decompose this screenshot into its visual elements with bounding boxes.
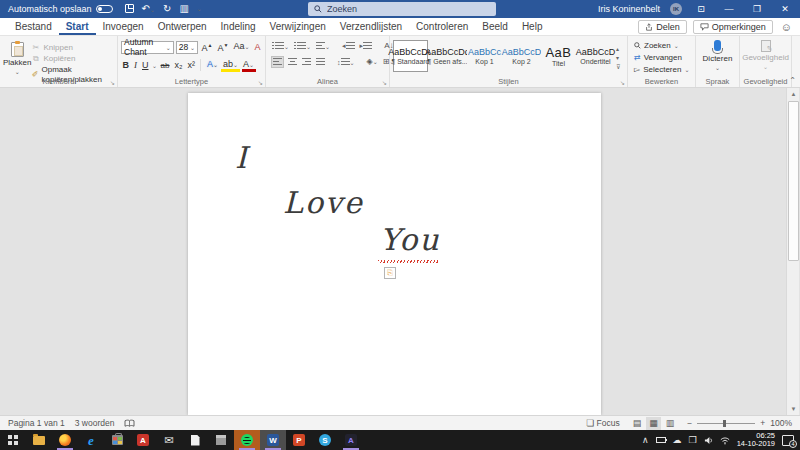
battery-icon[interactable] (656, 437, 666, 443)
style-kop2[interactable]: AaBbCcD Kop 2 (504, 40, 539, 72)
document-word-3[interactable]: You (380, 225, 441, 255)
styles-dialog-launcher-icon[interactable]: ↘ (620, 79, 625, 86)
decrease-indent-icon[interactable]: ◂ (341, 40, 356, 52)
tab-verzendlijsten[interactable]: Verzendlijsten (333, 19, 409, 35)
justify-icon[interactable] (315, 56, 326, 68)
spotify-button[interactable] (234, 430, 260, 450)
edge-button[interactable]: e (78, 430, 104, 450)
search-input[interactable] (327, 4, 490, 14)
focus-button[interactable]: ❏ Focus (586, 418, 620, 428)
document-page[interactable]: I Love You ⎘ (188, 93, 601, 415)
styles-more-icon[interactable]: ⊽ (616, 63, 620, 70)
save-icon[interactable] (125, 4, 134, 15)
change-case-button[interactable]: Aa⌄ (232, 40, 251, 54)
text-effects-button[interactable]: A⌄ (205, 58, 219, 72)
align-center-icon[interactable] (287, 56, 298, 68)
affinity-button[interactable]: A (338, 430, 364, 450)
customize-qat-icon[interactable]: ⌄ (197, 6, 202, 12)
tab-controleren[interactable]: Controleren (409, 19, 475, 35)
increase-indent-icon[interactable]: ▸ (359, 40, 374, 52)
zoom-slider-thumb[interactable] (723, 420, 726, 427)
dropbox-icon[interactable]: ❒ (689, 436, 697, 445)
line-spacing-icon[interactable]: ↕⌄ (336, 56, 356, 68)
document-word-2[interactable]: Love (283, 188, 364, 218)
multilevel-list-icon[interactable]: ⌄ (315, 40, 331, 52)
speaker-icon[interactable] (704, 436, 713, 445)
user-name[interactable]: Iris Koninenbelt (598, 4, 660, 14)
bold-button[interactable]: B (121, 59, 131, 72)
microphone-icon[interactable] (714, 40, 721, 51)
print-layout-icon[interactable]: ▦ (646, 417, 661, 430)
autosave-toggle-switch[interactable] (96, 5, 113, 13)
font-name-combo[interactable]: Autumn Chant ⌄ (121, 41, 174, 54)
share-button[interactable]: Delen (638, 20, 687, 34)
hidden-icons-chevron-icon[interactable]: ∧ (642, 436, 649, 445)
box-app-button[interactable] (208, 430, 234, 450)
style-geen-afstand[interactable]: AaBbCcDd ¶ Geen afs... (430, 40, 465, 72)
tab-indeling[interactable]: Indeling (214, 19, 263, 35)
dictate-label[interactable]: Dicteren (703, 54, 733, 63)
font-size-combo[interactable]: 28 ⌄ (176, 41, 198, 54)
mail-button[interactable]: ✉ (156, 430, 182, 450)
notepad-button[interactable] (182, 430, 208, 450)
acrobat-button[interactable]: A (130, 430, 156, 450)
subscript-button[interactable]: x₂ (173, 59, 184, 72)
zoom-slider[interactable] (697, 423, 755, 424)
restore-icon[interactable]: ❐ (748, 4, 766, 14)
style-standaard[interactable]: AaBbCcDd ¶ Standaard (393, 40, 428, 72)
superscript-button[interactable]: x² (186, 59, 197, 72)
skype-button[interactable]: S (312, 430, 338, 450)
find-button[interactable]: Zoeken ⌄ (634, 41, 692, 50)
styles-scroll-up-icon[interactable]: ▴ (616, 45, 620, 52)
dictate-caret-icon[interactable]: ⌄ (715, 64, 720, 71)
word-count[interactable]: 3 woorden (75, 418, 115, 428)
microsoft-store-button[interactable] (104, 430, 130, 450)
align-right-icon[interactable] (301, 56, 312, 68)
zoom-out-icon[interactable]: − (687, 418, 692, 428)
shading-icon[interactable]: ◈⌄ (366, 56, 379, 68)
zoom-in-icon[interactable]: + (760, 418, 765, 428)
comments-button[interactable]: Opmerkingen (693, 20, 773, 34)
paste-caret-icon[interactable]: ⌄ (15, 68, 20, 75)
underline-button[interactable]: U (141, 59, 151, 72)
styles-scroll-down-icon[interactable]: ▾ (616, 54, 620, 61)
style-titel[interactable]: AaB Titel (541, 40, 576, 72)
paragraph-dialog-launcher-icon[interactable]: ↘ (382, 79, 387, 86)
style-kop1[interactable]: AaBbCc Kop 1 (467, 40, 502, 72)
scroll-down-icon[interactable]: ▼ (787, 403, 800, 415)
web-layout-icon[interactable]: ▥ (663, 417, 678, 430)
clipboard-dialog-launcher-icon[interactable]: ↘ (110, 79, 115, 86)
tab-start[interactable]: Start (59, 19, 96, 35)
touch-mode-icon[interactable]: ▥ (179, 4, 188, 14)
page-indicator[interactable]: Pagina 1 van 1 (8, 418, 65, 428)
action-center-icon[interactable]: 4 (782, 435, 794, 446)
proofing-icon[interactable] (124, 419, 135, 428)
word-button[interactable]: W (260, 430, 286, 450)
file-explorer-button[interactable] (26, 430, 52, 450)
strikethrough-button[interactable]: ab (159, 59, 171, 72)
tab-help[interactable]: Help (515, 19, 550, 35)
vertical-scrollbar[interactable]: ▲ ▼ (786, 88, 799, 415)
tab-invoegen[interactable]: Invoegen (96, 19, 151, 35)
document-word-1[interactable]: I (235, 143, 249, 173)
italic-button[interactable]: I (133, 59, 139, 72)
clock[interactable]: 06:25 14-10-2019 (737, 432, 775, 449)
powerpoint-button[interactable]: P (286, 430, 312, 450)
read-mode-icon[interactable]: ▤ (630, 417, 645, 430)
replace-button[interactable]: ⇄ Vervangen (634, 53, 692, 62)
start-button[interactable] (0, 430, 26, 450)
search-box[interactable] (308, 2, 496, 16)
numbering-icon[interactable]: ⌄ (293, 40, 312, 52)
onedrive-cloud-icon[interactable]: ☁ (673, 436, 682, 445)
ribbon-display-options-icon[interactable]: ⊡ (692, 4, 710, 14)
close-icon[interactable]: ✕ (776, 4, 794, 14)
feedback-smiley-icon[interactable]: ☺ (781, 21, 792, 33)
align-left-icon[interactable] (271, 56, 284, 68)
highlight-button[interactable]: ab⌄ (221, 58, 239, 72)
font-dialog-launcher-icon[interactable]: ↘ (258, 79, 263, 86)
scroll-up-icon[interactable]: ▲ (787, 88, 800, 100)
redo-icon[interactable]: ↻ (163, 4, 171, 14)
zoom-level[interactable]: 100% (770, 418, 792, 428)
underline-caret-icon[interactable]: ⌄ (152, 62, 157, 69)
clear-formatting-button[interactable]: A (253, 41, 262, 54)
